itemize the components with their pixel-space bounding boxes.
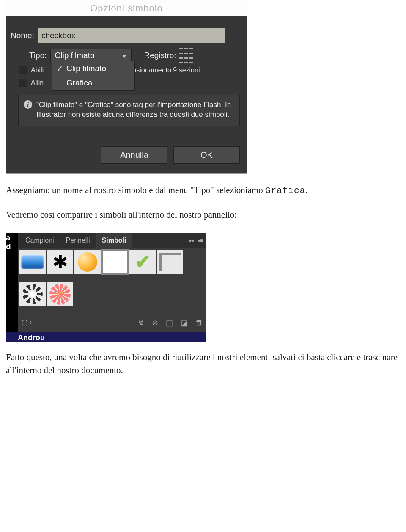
tab-simboli[interactable]: Simboli bbox=[96, 233, 132, 248]
tab-pennelli[interactable]: Pennelli bbox=[60, 233, 96, 248]
cb1-text-left: Abili bbox=[31, 66, 44, 74]
info-text: "Clip filmato" e "Grafica" sono tag per … bbox=[36, 100, 234, 120]
symbol-flower[interactable] bbox=[47, 282, 73, 306]
cb2-text-left: Allin bbox=[31, 79, 44, 87]
cb1-text-right: nsionamento 9 sezioni bbox=[132, 66, 200, 74]
paragraph-2: Vedremo così comparire i simboli all'int… bbox=[6, 208, 398, 222]
registration-grid[interactable] bbox=[179, 48, 193, 63]
panel-footer-bar: ⫿⫿⟩ ↯ ⊘ ▤ ◪ 🗑 bbox=[18, 315, 206, 332]
symbol-spirograph[interactable] bbox=[19, 282, 46, 306]
new-symbol-icon[interactable]: ◪ bbox=[181, 318, 188, 328]
library-icon[interactable]: ⫿⫿⟩ bbox=[21, 318, 33, 327]
symbol-ink-splat[interactable]: ✱ bbox=[47, 250, 73, 274]
paragraph-3: Fatto questo, una volta che avremo bisog… bbox=[6, 351, 398, 378]
symbol-orange-ball[interactable] bbox=[74, 250, 101, 274]
symbol-checkmark[interactable]: ✔ bbox=[129, 250, 156, 274]
delete-icon[interactable]: 🗑 bbox=[195, 318, 203, 327]
checkbox-9slice[interactable] bbox=[19, 66, 27, 74]
document-text: Assegniamo un nome al nostro simbolo e d… bbox=[6, 184, 398, 222]
type-dropdown-menu: Clip filmato Grafica bbox=[52, 61, 135, 91]
dialog-titlebar: Opzioni simbolo bbox=[6, 0, 247, 16]
cancel-button[interactable]: Annulla bbox=[101, 146, 167, 164]
type-row: Tipo: Clip filmato Registro: Clip filmat… bbox=[29, 48, 242, 63]
name-label: Nome: bbox=[11, 31, 34, 40]
dialog-body: Nome: Tipo: Clip filmato Registro: Clip … bbox=[6, 16, 247, 173]
menu-icon[interactable]: ▾≡ bbox=[198, 237, 203, 244]
panel-left-strip: ad bbox=[6, 233, 18, 332]
tab-campioni[interactable]: Campioni bbox=[19, 233, 60, 248]
panel-tabs: Campioni Pennelli Simboli ▸▸ ▾≡ bbox=[18, 233, 206, 248]
document-text-3: Fatto questo, una volta che avremo bisog… bbox=[6, 351, 398, 378]
symbols-panel-wrapper: ad Campioni Pennelli Simboli ▸▸ ▾≡ ✱ ✔ bbox=[6, 233, 206, 342]
symbol-white-box[interactable] bbox=[102, 250, 128, 274]
dialog-title: Opzioni simbolo bbox=[90, 3, 163, 14]
type-dropdown[interactable]: Clip filmato bbox=[50, 49, 132, 62]
break-link-icon[interactable]: ⊘ bbox=[152, 318, 158, 328]
dialog-buttons: Annulla OK bbox=[11, 146, 240, 164]
dropdown-item-grafica[interactable]: Grafica bbox=[52, 76, 134, 90]
symbol-options-dialog: Opzioni simbolo Nome: Tipo: Clip filmato… bbox=[6, 0, 247, 174]
symbols-grid: ✱ ✔ bbox=[18, 248, 206, 315]
symbols-panel: Campioni Pennelli Simboli ▸▸ ▾≡ ✱ ✔ ⫿⫿⟩ bbox=[18, 233, 206, 332]
info-icon: i bbox=[24, 100, 32, 109]
checkbox-align[interactable] bbox=[19, 79, 27, 87]
type-value: Clip filmato bbox=[55, 51, 95, 60]
ok-button[interactable]: OK bbox=[173, 146, 240, 164]
info-box: i "Clip filmato" e "Grafica" sono tag pe… bbox=[18, 95, 240, 126]
registro-label: Registro: bbox=[144, 51, 176, 60]
symbol-gradient-bar[interactable] bbox=[19, 250, 46, 274]
name-input[interactable] bbox=[38, 28, 225, 43]
dropdown-item-clip[interactable]: Clip filmato bbox=[52, 61, 134, 76]
place-icon[interactable]: ↯ bbox=[138, 318, 144, 328]
type-label: Tipo: bbox=[29, 51, 47, 60]
panel-doc-label: Androu bbox=[6, 332, 206, 342]
options-icon[interactable]: ▤ bbox=[166, 318, 173, 328]
name-row: Nome: bbox=[11, 28, 242, 43]
symbol-corner[interactable] bbox=[157, 250, 183, 274]
paragraph-1: Assegniamo un nome al nostro simbolo e d… bbox=[6, 184, 398, 198]
collapse-icon[interactable]: ▸▸ bbox=[189, 237, 194, 244]
